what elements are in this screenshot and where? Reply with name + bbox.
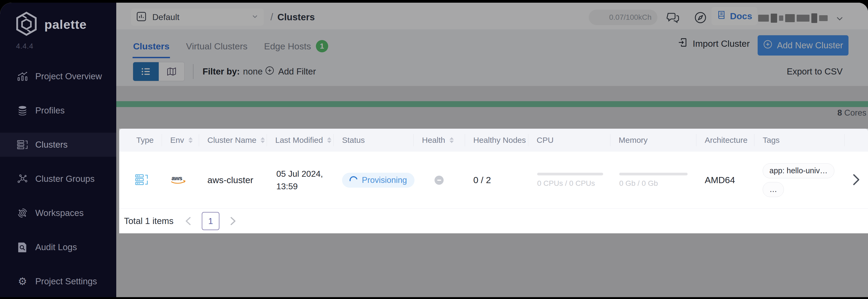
sidebar-item-audit-logs[interactable]: Audit Logs: [0, 235, 116, 259]
credits-usage-badge[interactable]: 0.07/100kCh: [589, 10, 657, 25]
sort-icon[interactable]: [188, 137, 193, 143]
add-new-cluster-button[interactable]: Add New Cluster: [757, 35, 848, 56]
health-unknown-icon: [435, 176, 444, 185]
tab-label: Virtual Clusters: [186, 41, 247, 52]
status-badge: Provisioning: [342, 173, 414, 188]
breadcrumb-separator: /: [271, 11, 273, 23]
host-cluster-icon: [135, 174, 148, 187]
logo-text: palette: [44, 17, 87, 32]
sidebar-item-label: Project Settings: [35, 276, 97, 287]
tab-label: Clusters: [133, 41, 169, 52]
total-items-label: Total 1 items: [124, 216, 174, 226]
breadcrumb: / Clusters: [271, 8, 315, 26]
pagination-next-button[interactable]: [229, 217, 237, 226]
tab-edge-hosts[interactable]: Edge Hosts 1: [264, 34, 328, 58]
chevron-down-icon: [251, 12, 259, 22]
user-menu-caret-icon[interactable]: [835, 13, 845, 25]
sidebar-item-label: Profiles: [35, 105, 65, 115]
filter-divider: [193, 64, 193, 79]
edge-hosts-count-badge: 1: [316, 40, 328, 52]
add-filter-label: Add Filter: [278, 66, 316, 77]
sidebar-item-workspaces[interactable]: Workspaces: [0, 201, 116, 225]
export-to-csv-button[interactable]: Export to CSV: [787, 62, 843, 81]
sort-icon[interactable]: [260, 137, 265, 143]
sidebar-item-label: Cluster Groups: [35, 174, 95, 184]
last-modified-time: 13:59: [276, 181, 323, 191]
architecture-value: AMD64: [705, 175, 735, 185]
clusters-icon: [17, 139, 28, 150]
sidebar-item-cluster-groups[interactable]: Cluster Groups: [0, 167, 116, 191]
docs-button[interactable]: Docs: [711, 7, 757, 25]
sidebar-item-project-overview[interactable]: Project Overview: [0, 64, 116, 88]
pagination-prev-button[interactable]: [185, 217, 192, 226]
capacity-cores-unit: Cores: [844, 108, 866, 118]
tab-label: Edge Hosts: [264, 41, 311, 52]
memory-usage-bar: [619, 173, 688, 175]
column-header-cluster-name: Cluster Name: [199, 129, 267, 152]
row-chevron-right-icon[interactable]: [853, 174, 860, 187]
import-cluster-button[interactable]: Import Cluster: [678, 37, 750, 49]
palette-logo-icon: [15, 11, 38, 38]
audit-logs-icon: [17, 242, 28, 253]
user-name-redacted[interactable]: [758, 13, 828, 24]
list-view-button[interactable]: [133, 62, 159, 81]
project-selector-value: Default: [152, 12, 251, 22]
analytics-icon: [17, 71, 28, 82]
column-header-health: Health: [413, 129, 465, 152]
cpu-usage-label: 0 CPUs / 0 CPUs: [537, 179, 603, 188]
pagination-page-1[interactable]: 1: [202, 212, 219, 230]
tab-virtual-clusters[interactable]: Virtual Clusters: [186, 34, 247, 58]
app-window: palette 4.4.4 Project Overview: [0, 3, 868, 297]
map-view-button[interactable]: [159, 62, 184, 81]
more-tags-pill[interactable]: …: [763, 182, 784, 197]
column-header-actions: [844, 129, 868, 152]
cluster-row[interactable]: aws aws-cluster 05 Jul 2024, 13:59: [119, 152, 868, 208]
column-header-memory: Memory: [610, 129, 696, 152]
aws-logo: aws: [170, 174, 187, 186]
sidebar-item-clusters[interactable]: Clusters: [0, 133, 116, 157]
sidebar-item-profiles[interactable]: Profiles: [0, 99, 116, 123]
healthy-nodes-value: 0 / 2: [473, 175, 491, 185]
page-number: 1: [208, 216, 213, 226]
logo: palette: [15, 11, 87, 38]
svg-text:aws: aws: [172, 175, 182, 181]
table-footer: Total 1 items 1: [119, 208, 868, 233]
column-header-status: Status: [334, 129, 413, 152]
breadcrumb-current: Clusters: [277, 12, 315, 23]
cpu-cell: 0 CPUs / 0 CPUs: [528, 152, 610, 208]
last-modified-cell: 05 Jul 2024, 13:59: [267, 152, 334, 208]
main-area: Default / Clusters 0.07/100kCh: [116, 3, 868, 297]
memory-usage-label: 0 Gb / 0 Gb: [619, 179, 688, 188]
healthy-nodes-cell: 0 / 2: [465, 152, 528, 208]
tab-clusters[interactable]: Clusters: [133, 34, 169, 58]
sidebar-nav: Project Overview Profiles: [0, 64, 116, 297]
export-to-csv-label: Export to CSV: [787, 66, 843, 77]
project-selector[interactable]: Default: [131, 8, 264, 26]
import-icon: [678, 37, 688, 49]
help-compass-button[interactable]: [693, 11, 708, 25]
feedback-chat-button[interactable]: [665, 11, 680, 25]
tags-cell: app: hello-univ… …: [754, 152, 844, 208]
filter-by-value: none: [243, 66, 262, 77]
column-header-last-modified: Last Modified: [267, 129, 334, 152]
add-new-cluster-label: Add New Cluster: [777, 40, 843, 51]
cpu-usage-bar: [537, 173, 603, 175]
sort-icon[interactable]: [327, 137, 331, 143]
capacity-usage-bar: [116, 101, 868, 107]
sidebar-item-label: Audit Logs: [35, 242, 77, 252]
capacity-cores-value: 8: [837, 108, 842, 118]
sidebar-item-project-settings[interactable]: ⚙ Project Settings: [0, 269, 116, 293]
row-actions-cell: [844, 152, 868, 208]
sidebar-item-label: Clusters: [35, 140, 68, 150]
cluster-tabs: Clusters Virtual Clusters Edge Hosts 1: [133, 34, 328, 58]
add-filter-button[interactable]: Add Filter: [265, 62, 316, 81]
cluster-type-cell: [119, 152, 162, 208]
plus-circle-icon: [265, 66, 275, 77]
profiles-icon: [17, 105, 28, 116]
app-version: 4.4.4: [16, 42, 33, 51]
sort-icon[interactable]: [450, 137, 454, 143]
project-selector-icon: [136, 11, 147, 23]
workspaces-icon: [17, 208, 28, 219]
table-header-row: Type Env Cluster Name Last Modified Stat…: [119, 129, 868, 152]
memory-cell: 0 Gb / 0 Gb: [610, 152, 696, 208]
